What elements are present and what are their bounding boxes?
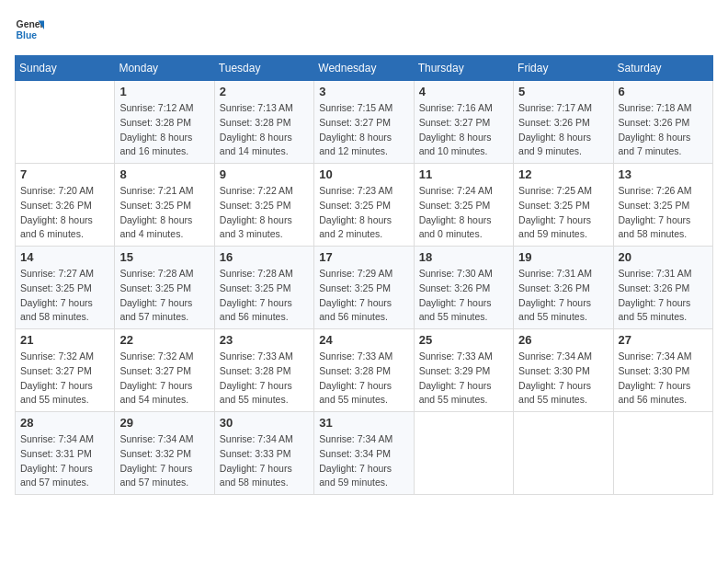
calendar-cell: 17Sunrise: 7:29 AMSunset: 3:25 PMDayligh…	[314, 247, 414, 329]
day-info: Sunrise: 7:27 AMSunset: 3:25 PMDaylight:…	[20, 267, 109, 325]
calendar-cell: 9Sunrise: 7:22 AMSunset: 3:25 PMDaylight…	[214, 164, 313, 247]
day-info: Sunrise: 7:28 AMSunset: 3:25 PMDaylight:…	[119, 267, 209, 325]
calendar-cell: 23Sunrise: 7:33 AMSunset: 3:28 PMDayligh…	[214, 329, 313, 412]
day-info: Sunrise: 7:34 AMSunset: 3:31 PMDaylight:…	[20, 432, 109, 490]
day-info: Sunrise: 7:22 AMSunset: 3:25 PMDaylight:…	[220, 184, 309, 242]
day-info: Sunrise: 7:32 AMSunset: 3:27 PMDaylight:…	[20, 350, 109, 408]
day-number: 2	[220, 85, 309, 98]
calendar-cell: 2Sunrise: 7:13 AMSunset: 3:28 PMDaylight…	[214, 81, 313, 164]
calendar-week-row: 1Sunrise: 7:12 AMSunset: 3:28 PMDaylight…	[16, 81, 713, 164]
calendar-cell	[414, 412, 513, 495]
day-info: Sunrise: 7:34 AMSunset: 3:34 PMDaylight:…	[319, 432, 408, 490]
day-number: 14	[20, 250, 109, 264]
calendar-cell: 5Sunrise: 7:17 AMSunset: 3:26 PMDaylight…	[514, 81, 613, 164]
calendar-cell: 14Sunrise: 7:27 AMSunset: 3:25 PMDayligh…	[16, 247, 115, 329]
day-number: 3	[319, 85, 408, 98]
calendar-cell: 25Sunrise: 7:33 AMSunset: 3:29 PMDayligh…	[414, 329, 513, 412]
day-info: Sunrise: 7:34 AMSunset: 3:30 PMDaylight:…	[518, 350, 608, 408]
day-info: Sunrise: 7:34 AMSunset: 3:33 PMDaylight:…	[220, 432, 309, 490]
weekday-header-saturday: Saturday	[613, 56, 712, 81]
calendar-cell: 22Sunrise: 7:32 AMSunset: 3:27 PMDayligh…	[115, 329, 214, 412]
day-info: Sunrise: 7:29 AMSunset: 3:25 PMDaylight:…	[319, 267, 408, 325]
day-number: 24	[319, 333, 408, 347]
calendar-week-row: 21Sunrise: 7:32 AMSunset: 3:27 PMDayligh…	[16, 329, 713, 412]
day-info: Sunrise: 7:13 AMSunset: 3:28 PMDaylight:…	[220, 101, 309, 159]
calendar-cell: 1Sunrise: 7:12 AMSunset: 3:28 PMDaylight…	[115, 81, 214, 164]
day-number: 4	[419, 85, 508, 98]
calendar-cell: 13Sunrise: 7:26 AMSunset: 3:25 PMDayligh…	[613, 164, 712, 247]
day-info: Sunrise: 7:31 AMSunset: 3:26 PMDaylight:…	[518, 267, 608, 325]
calendar-week-row: 14Sunrise: 7:27 AMSunset: 3:25 PMDayligh…	[16, 247, 713, 329]
day-number: 22	[119, 333, 209, 347]
calendar-cell: 28Sunrise: 7:34 AMSunset: 3:31 PMDayligh…	[16, 412, 115, 495]
calendar-cell: 16Sunrise: 7:28 AMSunset: 3:25 PMDayligh…	[214, 247, 313, 329]
weekday-header-thursday: Thursday	[414, 56, 513, 81]
day-number: 1	[119, 85, 209, 98]
day-number: 16	[220, 250, 309, 264]
calendar-cell: 29Sunrise: 7:34 AMSunset: 3:32 PMDayligh…	[115, 412, 214, 495]
calendar-cell: 31Sunrise: 7:34 AMSunset: 3:34 PMDayligh…	[314, 412, 414, 495]
day-info: Sunrise: 7:21 AMSunset: 3:25 PMDaylight:…	[119, 184, 209, 242]
day-number: 26	[518, 333, 608, 347]
weekday-header-tuesday: Tuesday	[214, 56, 313, 81]
day-number: 6	[619, 85, 708, 98]
weekday-header-monday: Monday	[115, 56, 214, 81]
calendar-cell: 27Sunrise: 7:34 AMSunset: 3:30 PMDayligh…	[613, 329, 712, 412]
day-number: 10	[319, 167, 408, 181]
logo: General Blue	[15, 15, 51, 44]
day-number: 29	[119, 416, 209, 430]
calendar-cell: 12Sunrise: 7:25 AMSunset: 3:25 PMDayligh…	[514, 164, 613, 247]
day-info: Sunrise: 7:31 AMSunset: 3:26 PMDaylight:…	[619, 267, 708, 325]
day-number: 27	[619, 333, 708, 347]
day-number: 12	[518, 167, 608, 181]
calendar-table: SundayMondayTuesdayWednesdayThursdayFrid…	[15, 55, 713, 495]
header: General Blue	[15, 15, 713, 44]
day-info: Sunrise: 7:33 AMSunset: 3:29 PMDaylight:…	[419, 350, 508, 408]
day-info: Sunrise: 7:23 AMSunset: 3:25 PMDaylight:…	[319, 184, 408, 242]
weekday-header-sunday: Sunday	[16, 56, 115, 81]
calendar-cell: 24Sunrise: 7:33 AMSunset: 3:28 PMDayligh…	[314, 329, 414, 412]
calendar-cell	[16, 81, 115, 164]
calendar-cell: 18Sunrise: 7:30 AMSunset: 3:26 PMDayligh…	[414, 247, 513, 329]
calendar-cell: 15Sunrise: 7:28 AMSunset: 3:25 PMDayligh…	[115, 247, 214, 329]
day-number: 11	[419, 167, 508, 181]
weekday-header-wednesday: Wednesday	[314, 56, 414, 81]
calendar-cell: 7Sunrise: 7:20 AMSunset: 3:26 PMDaylight…	[16, 164, 115, 247]
day-info: Sunrise: 7:20 AMSunset: 3:26 PMDaylight:…	[20, 184, 109, 242]
calendar-cell: 19Sunrise: 7:31 AMSunset: 3:26 PMDayligh…	[514, 247, 613, 329]
calendar-cell	[613, 412, 712, 495]
day-number: 28	[20, 416, 109, 430]
day-number: 18	[419, 250, 508, 264]
day-number: 13	[619, 167, 708, 181]
day-info: Sunrise: 7:34 AMSunset: 3:32 PMDaylight:…	[119, 432, 209, 490]
day-info: Sunrise: 7:30 AMSunset: 3:26 PMDaylight:…	[419, 267, 508, 325]
calendar-week-row: 7Sunrise: 7:20 AMSunset: 3:26 PMDaylight…	[16, 164, 713, 247]
day-number: 30	[220, 416, 309, 430]
calendar-cell: 3Sunrise: 7:15 AMSunset: 3:27 PMDaylight…	[314, 81, 414, 164]
day-number: 5	[518, 85, 608, 98]
day-info: Sunrise: 7:28 AMSunset: 3:25 PMDaylight:…	[220, 267, 309, 325]
day-number: 7	[20, 167, 109, 181]
day-number: 25	[419, 333, 508, 347]
day-number: 23	[220, 333, 309, 347]
day-number: 19	[518, 250, 608, 264]
day-number: 21	[20, 333, 109, 347]
day-number: 20	[619, 250, 708, 264]
day-info: Sunrise: 7:17 AMSunset: 3:26 PMDaylight:…	[518, 101, 608, 159]
day-info: Sunrise: 7:34 AMSunset: 3:30 PMDaylight:…	[619, 350, 708, 408]
day-info: Sunrise: 7:26 AMSunset: 3:25 PMDaylight:…	[619, 184, 708, 242]
calendar-cell: 26Sunrise: 7:34 AMSunset: 3:30 PMDayligh…	[514, 329, 613, 412]
day-info: Sunrise: 7:25 AMSunset: 3:25 PMDaylight:…	[518, 184, 608, 242]
svg-text:Blue: Blue	[17, 30, 38, 40]
day-info: Sunrise: 7:33 AMSunset: 3:28 PMDaylight:…	[220, 350, 309, 408]
logo-icon: General Blue	[15, 15, 44, 44]
calendar-cell: 4Sunrise: 7:16 AMSunset: 3:27 PMDaylight…	[414, 81, 513, 164]
calendar-cell: 6Sunrise: 7:18 AMSunset: 3:26 PMDaylight…	[613, 81, 712, 164]
day-info: Sunrise: 7:12 AMSunset: 3:28 PMDaylight:…	[119, 101, 209, 159]
calendar-cell: 30Sunrise: 7:34 AMSunset: 3:33 PMDayligh…	[214, 412, 313, 495]
calendar-cell: 20Sunrise: 7:31 AMSunset: 3:26 PMDayligh…	[613, 247, 712, 329]
calendar-cell: 10Sunrise: 7:23 AMSunset: 3:25 PMDayligh…	[314, 164, 414, 247]
day-info: Sunrise: 7:32 AMSunset: 3:27 PMDaylight:…	[119, 350, 209, 408]
weekday-header-row: SundayMondayTuesdayWednesdayThursdayFrid…	[16, 56, 713, 81]
day-info: Sunrise: 7:33 AMSunset: 3:28 PMDaylight:…	[319, 350, 408, 408]
